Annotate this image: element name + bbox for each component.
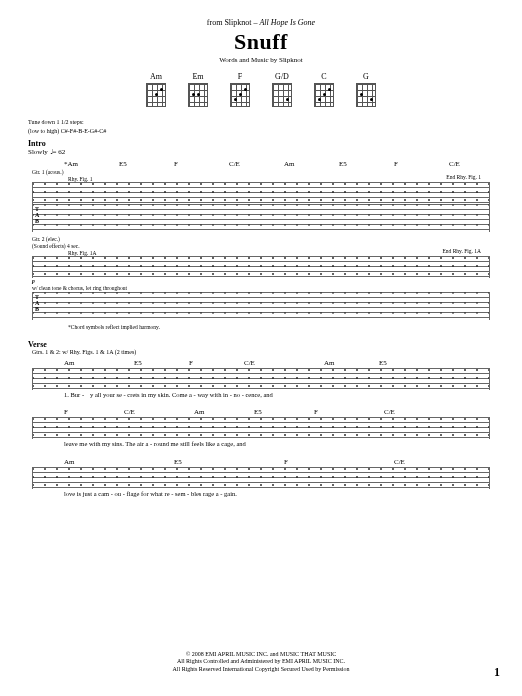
- gtr-instruction: Gtrs. 1 & 2: w/ Rhy. Figs. 1 & 1A (2 tim…: [32, 349, 494, 356]
- chord-label: Am: [324, 359, 379, 367]
- chord-diagram: C: [314, 72, 334, 107]
- verse-system-3: Am E5 F C/E love is just a cam - ou - fl…: [28, 458, 494, 498]
- chord-label: F: [314, 408, 384, 416]
- chord-diagram: Em: [188, 72, 208, 107]
- chord-label: E5: [119, 160, 174, 168]
- notes-icon: [33, 417, 489, 439]
- chord-label: C/E: [384, 408, 439, 416]
- lyric-text: love is just a cam - ou - flage for what…: [64, 491, 237, 498]
- album-line: from Slipknot – All Hope Is Gone: [28, 18, 494, 27]
- notation-staff: End Rhy. Fig. 1: [32, 182, 490, 204]
- album-title: All Hope Is Gone: [259, 18, 315, 27]
- gtr2-block: Gtr. 2 (elec.) (Sound effects) 4 sec. Rh…: [28, 236, 494, 320]
- dynamic-marking: p: [32, 278, 494, 284]
- tuning-detail: (low to high) C#-F#-B-E-G#-C#: [28, 128, 494, 135]
- verse-label: Verse: [28, 340, 494, 349]
- tab-numbers-icon: [33, 292, 489, 320]
- chord-label: Am: [64, 359, 134, 367]
- copyright-line-1: © 2008 EMI APRIL MUSIC INC. and MUSIC TH…: [0, 651, 522, 659]
- gtr1-block: Gtr. 1 (acous.) Rhy. Fig. 1 End Rhy. Fig…: [28, 169, 494, 232]
- vocal-staff: [32, 417, 490, 439]
- header: from Slipknot – All Hope Is Gone Snuff W…: [28, 18, 494, 64]
- chord-label: F: [64, 408, 124, 416]
- intro-label: Intro: [28, 139, 494, 148]
- chord-label: F: [189, 359, 244, 367]
- chord-label: E5: [339, 160, 394, 168]
- chord-name: C: [321, 72, 326, 81]
- song-title: Snuff: [28, 29, 494, 55]
- chord-diagram: Am: [146, 72, 166, 107]
- chord-label: C/E: [124, 408, 194, 416]
- page-number: 1: [494, 665, 500, 680]
- chord-name: Am: [150, 72, 162, 81]
- lyric-text: leave me with my sins. The air a - round…: [64, 441, 246, 448]
- lyrics-line-3: love is just a cam - ou - flage for what…: [64, 491, 490, 498]
- chord-name: Em: [192, 72, 203, 81]
- lyrics-line-2: leave me with my sins. The air a - round…: [64, 441, 490, 448]
- chord-label: Am: [64, 458, 174, 466]
- chord-label: E5: [379, 359, 434, 367]
- byline: Words and Music by Slipknot: [28, 56, 494, 64]
- end-rhy-fig: End Rhy. Fig. 1: [446, 174, 481, 180]
- chord-diagram: G: [356, 72, 376, 107]
- copyright-line-3: All Rights Reserved International Copyri…: [0, 666, 522, 674]
- vocal-staff: [32, 467, 490, 489]
- lyric-text: y all your se - crets in my skin. Come a…: [90, 392, 273, 399]
- chord-label: C/E: [449, 160, 504, 168]
- chord-label: Am: [194, 408, 254, 416]
- chord-footnote: *Chord symbols reflect implied harmony.: [68, 324, 494, 330]
- tab-staff: TAB: [32, 204, 490, 232]
- notes-icon: [33, 467, 489, 489]
- chord-label: *Am: [64, 160, 119, 168]
- chord-label: F: [284, 458, 394, 466]
- lyrics-line-1: 1. Bur - y all your se - crets in my ski…: [64, 392, 490, 399]
- notation-staff: End Rhy. Fig. 1A: [32, 256, 490, 278]
- chord-name: G/D: [275, 72, 289, 81]
- notes-icon: [33, 368, 489, 390]
- verse-system-2: F C/E Am E5 F C/E leave me with my sins.…: [28, 408, 494, 448]
- copyright-footer: © 2008 EMI APRIL MUSIC INC. and MUSIC TH…: [0, 651, 522, 674]
- chord-diagram: F: [230, 72, 250, 107]
- chord-label: E5: [254, 408, 314, 416]
- chord-label: C/E: [394, 458, 449, 466]
- chord-diagram: G/D: [272, 72, 292, 107]
- verse-chords-1: Am E5 F C/E Am E5: [64, 359, 494, 367]
- chord-row-intro: *Am E5 F C/E Am E5 F C/E: [64, 160, 494, 168]
- sfx-note: (Sound effects) 4 sec.: [32, 243, 494, 249]
- copyright-line-2: All Rights Controlled and Administered b…: [0, 658, 522, 666]
- verse-chords-3: Am E5 F C/E: [64, 458, 494, 466]
- gtr2-label: Gtr. 2 (elec.): [32, 236, 494, 242]
- from-label: from Slipknot –: [207, 18, 258, 27]
- chord-name: F: [238, 72, 242, 81]
- gtr1-label: Gtr. 1 (acous.): [32, 169, 494, 175]
- tempo-marking: Slowly ♩= 62: [28, 148, 494, 156]
- verse-system-1: Am E5 F C/E Am E5 1. Bur - y all your se…: [28, 359, 494, 399]
- chord-label: F: [394, 160, 449, 168]
- chord-label: Am: [284, 160, 339, 168]
- fx-note: w/ clean tone & chorus, let ring through…: [32, 285, 494, 291]
- notes-icon: [33, 256, 489, 278]
- chord-label: E5: [174, 458, 284, 466]
- chord-name: G: [363, 72, 369, 81]
- chord-label: F: [174, 160, 229, 168]
- lyric-number: 1. Bur -: [64, 392, 90, 399]
- intro-system: *Am E5 F C/E Am E5 F C/E Gtr. 1 (acous.)…: [28, 160, 494, 330]
- notes-icon: [33, 182, 489, 204]
- chord-label: C/E: [229, 160, 284, 168]
- tuning-note: Tune down 1 1/2 steps:: [28, 119, 494, 126]
- chord-label: E5: [134, 359, 189, 367]
- end-rhy-fig: End Rhy. Fig. 1A: [442, 248, 481, 254]
- verse-chords-2: F C/E Am E5 F C/E: [64, 408, 494, 416]
- tab-numbers-icon: [33, 204, 489, 232]
- sheet-music-page: from Slipknot – All Hope Is Gone Snuff W…: [0, 0, 522, 517]
- chord-diagram-row: Am Em F G/D C G: [28, 72, 494, 107]
- tab-staff: TAB: [32, 292, 490, 320]
- chord-label: C/E: [244, 359, 324, 367]
- vocal-staff: [32, 368, 490, 390]
